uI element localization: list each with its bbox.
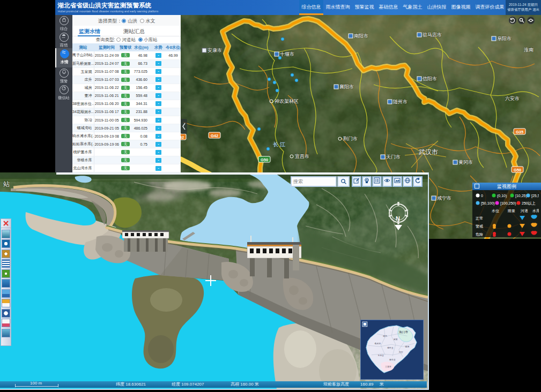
svg-text:宜昌市: 宜昌市 xyxy=(295,154,309,159)
svg-text:信阳市: 信阳市 xyxy=(422,76,437,81)
svg-text:荆门市: 荆门市 xyxy=(343,136,358,141)
svg-text:天门市: 天门市 xyxy=(386,154,401,160)
svg-text:儋州市: 儋州市 xyxy=(375,342,381,345)
svg-text:危险: 危险 xyxy=(476,232,483,236)
svg-text:水库: 水库 xyxy=(532,209,539,213)
svg-text:正常: 正常 xyxy=(476,216,483,220)
svg-text:安康市: 安康市 xyxy=(207,48,222,53)
svg-text:[50,100): [50,100) xyxy=(481,201,495,206)
svg-text:随州市: 随州市 xyxy=(393,99,407,104)
svg-text:武汉市: 武汉市 xyxy=(419,148,438,156)
svg-text:长 江: 长 江 xyxy=(272,141,286,147)
svg-text:黄冈市: 黄冈市 xyxy=(458,160,473,165)
svg-text:驻马店市: 驻马店市 xyxy=(423,32,442,37)
svg-text:咸宁市: 咸宁市 xyxy=(437,195,451,201)
svg-text:警戒: 警戒 xyxy=(476,224,483,229)
svg-text:万宁: 万宁 xyxy=(399,351,403,353)
svg-text:襄阳市: 襄阳市 xyxy=(339,84,354,89)
svg-text:G35: G35 xyxy=(516,130,523,134)
svg-text:淮南: 淮南 xyxy=(524,47,533,52)
svg-text:N: N xyxy=(396,215,400,222)
svg-text:三亚市: 三亚市 xyxy=(385,365,391,368)
svg-text:站: 站 xyxy=(3,180,10,188)
svg-text:海口市: 海口市 xyxy=(399,330,409,334)
svg-text:G42: G42 xyxy=(211,133,218,138)
svg-text:[100,250): [100,250) xyxy=(500,201,516,206)
svg-text:0: 0 xyxy=(481,194,483,198)
svg-text:保亭县: 保亭县 xyxy=(389,358,396,361)
svg-text:河道: 河道 xyxy=(520,209,528,213)
svg-text:定安: 定安 xyxy=(394,338,398,341)
svg-text:南阳市: 南阳市 xyxy=(354,33,368,39)
svg-text:六安市: 六安市 xyxy=(505,96,520,101)
svg-text:250以上: 250以上 xyxy=(522,201,536,205)
svg-text:乐东县: 乐东县 xyxy=(377,354,384,357)
svg-text:[10,25): [10,25) xyxy=(515,194,527,198)
svg-text:临高: 临高 xyxy=(383,335,387,337)
svg-text:水位: 水位 xyxy=(492,209,499,213)
svg-text:G50: G50 xyxy=(261,157,268,162)
svg-text:阜阳市: 阜阳市 xyxy=(497,36,512,41)
svg-text:十堰市: 十堰市 xyxy=(280,51,294,57)
svg-text:琼海: 琼海 xyxy=(405,345,410,348)
svg-text:G50: G50 xyxy=(514,168,521,172)
svg-text:神农架林区: 神农架林区 xyxy=(275,99,299,104)
svg-text:琼中县: 琼中县 xyxy=(387,346,394,349)
svg-text:[25,50: [25,50 xyxy=(531,194,539,198)
svg-text:雨量: 雨量 xyxy=(508,209,515,213)
svg-text:G42: G42 xyxy=(181,135,184,140)
svg-text:(0,10): (0,10) xyxy=(497,194,507,198)
